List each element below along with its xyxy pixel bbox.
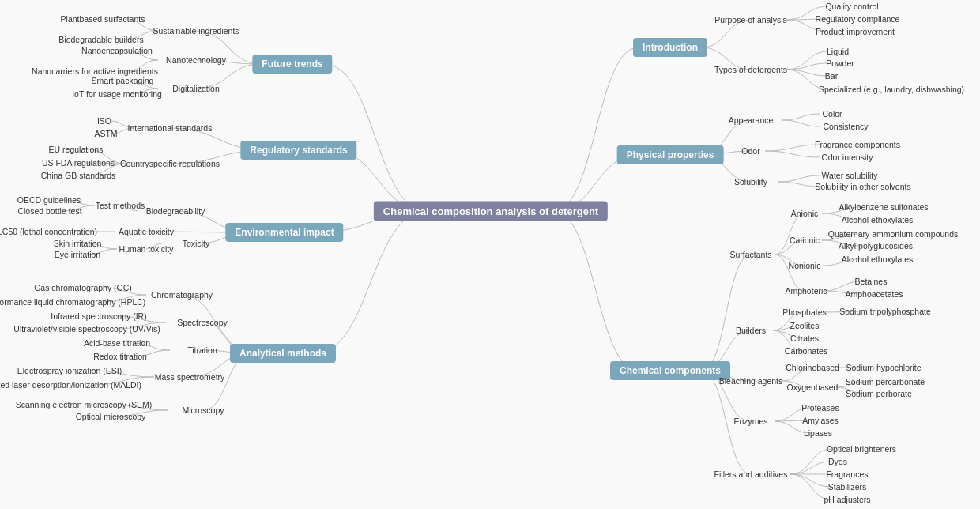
mindmap-node: Environmental impact [225, 223, 343, 242]
mindmap-node: LC50 (lethal concentration) [0, 227, 97, 236]
mindmap-node: Amphoacetates [846, 289, 903, 299]
mindmap-node: Color [822, 109, 842, 119]
mindmap-node: Sustainable ingredients [153, 26, 239, 36]
mindmap-node: Acid-base titration [84, 338, 150, 348]
mindmap-node: OECD guidelines [17, 195, 81, 205]
mindmap-node: Carbonates [785, 346, 827, 356]
mindmap-node: Titration [187, 345, 217, 355]
mindmap-node: Phosphates [782, 307, 826, 317]
mindmap-node: Human toxicity [119, 244, 174, 254]
mindmap-node: Microscopy [182, 405, 224, 415]
mindmap-node: Chromatography [151, 290, 213, 300]
mindmap-node: Digitalization [172, 84, 220, 93]
mindmap-node: Anionic [791, 209, 818, 218]
mindmap-node: Test methods [96, 201, 145, 210]
mindmap-node: Consistency [823, 122, 868, 131]
mindmap-node: Aquatic toxicity [119, 227, 174, 236]
mindmap-node: Biodegradability [146, 206, 205, 216]
mindmap-node: Closed bottle test [17, 206, 81, 216]
mindmap-node: ASTM [94, 129, 117, 138]
mindmap-node: Analytical methods [230, 344, 336, 363]
mindmap-node: Lipases [804, 428, 832, 438]
mindmap-node: Solubility in other solvents [815, 182, 910, 191]
mindmap-node: Regulatory compliance [816, 14, 900, 24]
mindmap-node: ISO [97, 116, 111, 126]
mindmap-node: Stabilizers [828, 482, 866, 492]
mindmap-node: Nanotechnology [166, 55, 226, 65]
mindmap-node: Sodium tripolyphosphate [839, 307, 931, 316]
mindmap-node: Ultraviolet/visible spectroscopy (UV/Vis… [13, 324, 160, 334]
mindmap-node: Builders [736, 326, 766, 335]
mindmap-node: Nonionic [789, 261, 821, 270]
mindmap-node: Citrates [790, 334, 819, 343]
mindmap-node: Skin irritation [54, 239, 102, 248]
mindmap-node: Gas chromatography (GC) [34, 283, 132, 292]
mindmap-node: Sodium perborate [846, 389, 911, 398]
mindmap-node: Regulatory standards [240, 141, 356, 160]
mindmap-node: Appearance [729, 115, 774, 125]
mindmap-node: Future trends [252, 55, 332, 74]
mindmap-node: pH adjusters [824, 495, 871, 504]
mindmap-node: Product improvement [816, 27, 895, 36]
mindmap-node: Types of detergents [714, 65, 787, 74]
mindmap-node: Zeolites [790, 321, 820, 330]
mindmap-node: Odor intensity [822, 153, 873, 162]
mindmap-node: Spectroscopy [177, 318, 228, 327]
mindmap-node: Mass spectrometry [155, 372, 225, 382]
mindmap-node: Highperformance liquid chromatography (H… [0, 297, 145, 307]
mindmap-node: IoT for usage monitoring [72, 89, 162, 99]
mindmap-node: Countryspecific regulations [120, 159, 220, 168]
mindmap-node: Dyes [828, 457, 847, 466]
mindmap-node: Optical brighteners [827, 444, 896, 454]
mindmap-node: Powder [826, 58, 854, 68]
mindmap-node: Chlorinebased [786, 363, 839, 372]
mindmap-node: Introduction [633, 38, 707, 57]
mindmap-node: Solubility [734, 177, 767, 187]
mindmap-node: Matrixassisted laser desorption/ionizati… [0, 380, 141, 390]
mindmap-node: Optical microscopy [76, 412, 146, 421]
mindmap-node: Scanning electron microscopy (SEM) [16, 400, 153, 409]
mindmap-node: Biodegradable builders [58, 35, 143, 44]
mindmap-node: Eye irritation [55, 250, 100, 259]
mindmap-node: Nanocarriers for active ingredients [32, 66, 158, 76]
mindmap-node: Alcohol ethoxylates [842, 254, 913, 264]
mindmap-node: Liquid [827, 47, 849, 56]
mindmap-node: International standards [128, 123, 213, 133]
mindmap-node: Cationic [790, 236, 820, 245]
mindmap-node: Quality control [825, 2, 878, 11]
mindmap-node: China GB standards [41, 171, 116, 180]
mindmap-node: Fillers and additives [714, 469, 788, 479]
mindmap-node: Amylases [802, 416, 839, 425]
mindmap-node: Quaternary ammonium compounds [828, 229, 959, 239]
mindmap-node: Nanoencapsulation [81, 46, 153, 55]
mindmap-node: Alcohol ethoxylates [842, 215, 913, 224]
mindmap-node: Toxicity [183, 239, 209, 248]
mindmap-node: Odor [741, 146, 760, 156]
mindmap-node: Surfactants [729, 250, 771, 259]
mindmap-node: Infrared spectroscopy (IR) [51, 311, 146, 321]
mindmap-node: Specialized (e.g., laundry, dishwashing) [819, 85, 964, 94]
mindmap-node: Proteases [801, 403, 839, 413]
mindmap-node: Purpose of analysis [714, 15, 787, 25]
mindmap-node: Sodium hypochlorite [846, 363, 921, 372]
mindmap-node: Smart packaging [92, 76, 154, 85]
mindmap-node: Amphoteric [785, 286, 827, 296]
mindmap-node: Alkyl polyglucosides [839, 241, 913, 251]
mindmap-node: Enzymes [733, 417, 767, 426]
mindmap-node: EU regulations [49, 145, 104, 154]
mindmap-node: Physical properties [617, 145, 724, 164]
mindmap-node: Betaines [855, 277, 888, 286]
mindmap-node: Fragrances [826, 469, 868, 479]
mindmap-node: Electrospray ionization (ESI) [17, 366, 122, 375]
mindmap-node: Chemical composition analysis of deterge… [374, 202, 608, 221]
mindmap-node: Bleaching agents [719, 376, 783, 386]
mindmap-node: Oxygenbased [787, 383, 839, 392]
mindmap-node: Plantbased surfactants [61, 14, 145, 24]
mindmap-node: US FDA regulations [42, 158, 115, 168]
mindmap-node: Bar [825, 71, 838, 81]
mindmap-node: Alkylbenzene sulfonates [839, 202, 928, 212]
mindmap-node: Fragrance components [815, 140, 900, 149]
mindmap-node: Sodium percarbonate [846, 377, 925, 386]
mindmap-node: Chemical components [610, 361, 730, 380]
mindmap-node: Redox titration [93, 352, 147, 361]
